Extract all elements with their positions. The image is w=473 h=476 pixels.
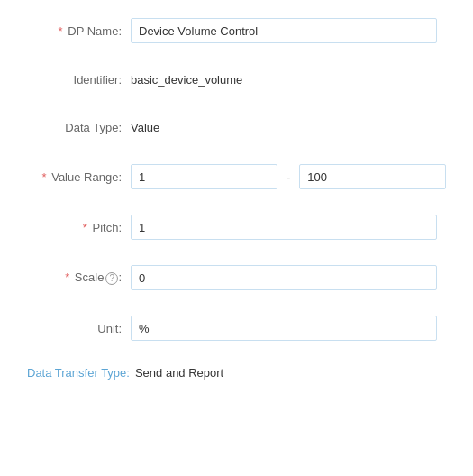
dp-name-input[interactable]	[131, 18, 437, 43]
unit-input[interactable]	[131, 316, 437, 341]
value-range-min-input[interactable]	[131, 164, 277, 189]
pitch-label: * Pitch:	[27, 221, 131, 234]
pitch-row: * Pitch:	[27, 215, 446, 240]
unit-label: Unit:	[27, 322, 131, 335]
dp-name-required: *	[59, 24, 63, 38]
data-type-label: Data Type:	[27, 121, 131, 134]
value-range-group: -	[131, 164, 446, 189]
identifier-value: basic_device_volume	[131, 69, 242, 91]
scale-input[interactable]	[131, 265, 437, 290]
unit-row: Unit:	[27, 316, 446, 341]
scale-row: * Scale?:	[27, 265, 446, 290]
data-transfer-type-value: Send and Report	[135, 366, 223, 380]
scale-label: * Scale?:	[27, 270, 131, 285]
data-type-value: Value	[131, 116, 159, 139]
dp-name-label: * DP Name:	[27, 24, 131, 38]
data-transfer-type-row: Data Transfer Type: Send and Report	[27, 366, 446, 380]
identifier-row: Identifier: basic_device_volume	[27, 69, 446, 91]
identifier-label: Identifier:	[27, 73, 131, 87]
dp-name-row: * DP Name:	[27, 18, 446, 43]
value-range-row: * Value Range: -	[27, 164, 446, 189]
value-range-label: * Value Range:	[27, 170, 131, 184]
data-transfer-type-label: Data Transfer Type:	[27, 366, 130, 380]
form-container: * DP Name: Identifier: basic_device_volu…	[0, 0, 473, 398]
scale-help-icon[interactable]: ?	[105, 272, 118, 285]
pitch-required: *	[83, 221, 87, 234]
value-range-required: *	[41, 170, 46, 184]
pitch-input[interactable]	[131, 215, 437, 240]
value-range-max-input[interactable]	[299, 164, 446, 189]
scale-required: *	[65, 270, 69, 284]
data-type-row: Data Type: Value	[27, 116, 446, 139]
range-separator: -	[287, 170, 290, 184]
